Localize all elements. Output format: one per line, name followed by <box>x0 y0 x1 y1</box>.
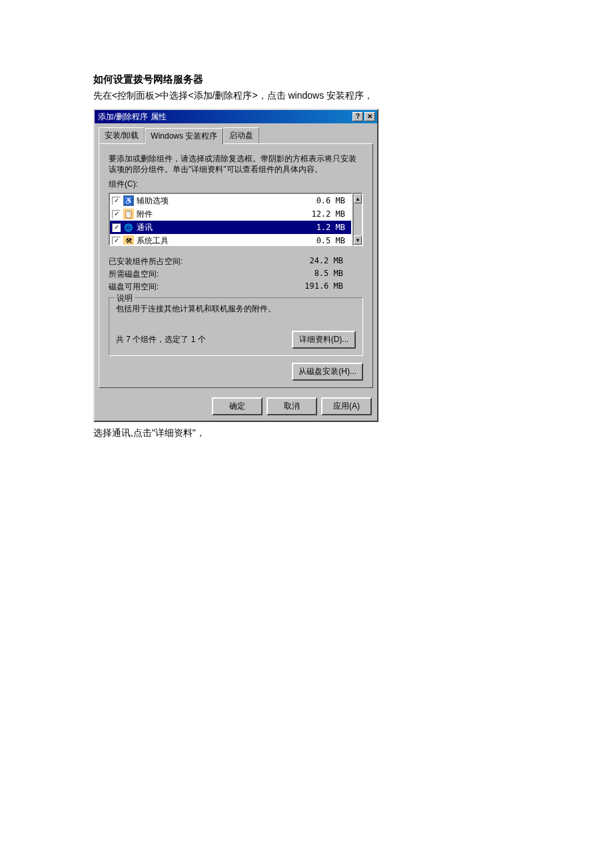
ok-button[interactable]: 确定 <box>212 397 263 415</box>
checkbox[interactable]: ✓ <box>112 223 121 232</box>
components-label: 组件(C): <box>109 179 363 190</box>
tab-strip: 安装/卸载 Windows 安装程序 启动盘 <box>95 123 377 143</box>
titlebar-buttons: ? ✕ <box>352 112 375 121</box>
dialog-footer: 确定 取消 应用(A) <box>95 392 377 421</box>
installed-space-label: 已安装组件所占空间: <box>109 256 183 267</box>
help-icon[interactable]: ? <box>352 112 363 121</box>
available-space-value: 191.6 MB <box>305 281 363 293</box>
component-size: 1.2 MB <box>316 223 349 232</box>
component-icon: 📋 <box>123 209 134 219</box>
scrollbar[interactable]: ▲ ▼ <box>352 193 363 246</box>
tab-boot-disk[interactable]: 启动盘 <box>223 127 259 143</box>
list-item[interactable]: ✓🌐通讯1.2 MB <box>110 221 351 234</box>
cancel-button[interactable]: 取消 <box>267 397 317 415</box>
install-from-disk-button[interactable]: 从磁盘安装(H)... <box>292 363 363 381</box>
checkbox[interactable]: ✓ <box>112 197 121 205</box>
required-space-value: 8.5 MB <box>314 269 363 280</box>
required-space-label: 所需磁盘空间: <box>109 269 159 280</box>
installed-space-value: 24.2 MB <box>309 256 363 267</box>
description-fieldset: 说明 包括用于连接其他计算机和联机服务的附件。 共 7 个组件，选定了 1 个 … <box>109 297 363 356</box>
component-icon: 🛠 <box>123 235 134 246</box>
list-item[interactable]: ✓♿辅助选项0.6 MB <box>110 194 351 207</box>
dialog-titlebar[interactable]: 添加/删除程序 属性 ? ✕ <box>95 110 377 123</box>
close-icon[interactable]: ✕ <box>364 112 375 121</box>
scroll-down-icon[interactable]: ▼ <box>354 235 362 245</box>
instructions-text: 要添加或删除组件，请选择或清除复选框。带阴影的方框表示将只安装该项的部分组件。单… <box>109 153 363 175</box>
apply-button[interactable]: 应用(A) <box>321 397 372 415</box>
checkbox[interactable]: ✓ <box>112 237 121 245</box>
page-outro: 选择通讯,点击"详细资料"， <box>93 427 520 439</box>
components-listbox[interactable]: ✓♿辅助选项0.6 MB✓📋附件12.2 MB✓🌐通讯1.2 MB✓🛠系统工具0… <box>109 193 352 246</box>
tab-windows-setup[interactable]: Windows 安装程序 <box>145 128 223 144</box>
component-icon: 🌐 <box>123 222 134 233</box>
component-size: 0.6 MB <box>316 196 349 205</box>
disk-space-info: 已安装组件所占空间: 24.2 MB 所需磁盘空间: 8.5 MB 磁盘可用空间… <box>109 255 363 293</box>
available-space-label: 磁盘可用空间: <box>109 281 159 293</box>
component-label: 附件 <box>137 209 311 220</box>
checkbox[interactable]: ✓ <box>112 210 121 219</box>
page-intro: 先在<控制面板>中选择<添加/删除程序>，点击 windows 安装程序， <box>93 90 520 102</box>
component-count-text: 共 7 个组件，选定了 1 个 <box>116 334 206 345</box>
component-label: 系统工具 <box>137 235 316 247</box>
component-size: 12.2 MB <box>311 209 349 219</box>
tab-panel: 要添加或删除组件，请选择或清除复选框。带阴影的方框表示将只安装该项的部分组件。单… <box>99 143 373 388</box>
component-label: 辅助选项 <box>137 195 316 207</box>
description-legend: 说明 <box>115 293 135 304</box>
dialog-title: 添加/删除程序 属性 <box>97 111 167 123</box>
add-remove-programs-dialog: 添加/删除程序 属性 ? ✕ 安装/卸载 Windows 安装程序 启动盘 要添… <box>93 109 378 422</box>
list-item[interactable]: ✓📋附件12.2 MB <box>110 207 351 221</box>
component-size: 0.5 MB <box>316 236 349 245</box>
description-text: 包括用于连接其他计算机和联机服务的附件。 <box>116 303 356 315</box>
details-button[interactable]: 详细资料(D)... <box>292 331 356 349</box>
component-label: 通讯 <box>137 222 316 233</box>
scroll-up-icon[interactable]: ▲ <box>354 194 362 203</box>
tab-install-uninstall[interactable]: 安装/卸载 <box>99 127 145 143</box>
component-icon: ♿ <box>123 195 134 206</box>
page-title: 如何设置拨号网络服务器 <box>93 73 520 86</box>
list-item[interactable]: ✓🛠系统工具0.5 MB <box>110 234 351 246</box>
components-listbox-wrap: ✓♿辅助选项0.6 MB✓📋附件12.2 MB✓🌐通讯1.2 MB✓🛠系统工具0… <box>109 193 363 246</box>
